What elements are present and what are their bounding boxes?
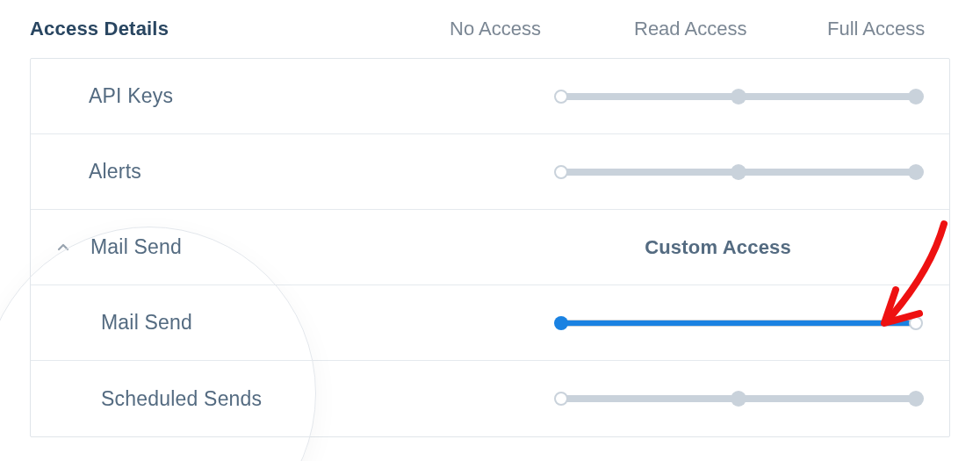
row-label: Alerts <box>89 160 141 184</box>
slider-stop-none[interactable] <box>554 90 568 104</box>
slider-api-keys[interactable] <box>554 89 923 104</box>
slider-stop-full[interactable] <box>908 89 924 104</box>
row-alerts: Alerts <box>31 134 949 210</box>
column-headers: No Access Read Access Full Access <box>450 18 950 40</box>
access-panel: API Keys Alerts Mail Send Custom Access … <box>30 58 950 437</box>
row-label: Mail Send <box>101 311 192 335</box>
slider-stop-full[interactable] <box>908 164 924 180</box>
slider-stop-read[interactable] <box>731 391 746 407</box>
slider-stop-none[interactable] <box>554 165 568 179</box>
slider-stop-none[interactable] <box>554 392 568 406</box>
row-label: API Keys <box>89 84 173 108</box>
slider-stop-full[interactable] <box>909 316 923 330</box>
slider-stop-read[interactable] <box>731 89 746 104</box>
row-api-keys: API Keys <box>31 59 949 134</box>
col-full-access: Full Access <box>827 18 950 40</box>
slider-fill <box>561 321 916 326</box>
col-no-access: No Access <box>450 18 634 40</box>
custom-access-label: Custom Access <box>645 236 791 259</box>
slider-mail-send[interactable] <box>554 315 923 331</box>
slider-stop-read[interactable] <box>731 164 746 180</box>
row-mail-send-group[interactable]: Mail Send Custom Access <box>31 210 949 285</box>
slider-scheduled-sends[interactable] <box>554 391 923 407</box>
row-label: Mail Send <box>90 235 182 259</box>
slider-stop-none[interactable] <box>554 316 568 330</box>
col-read-access: Read Access <box>634 18 827 40</box>
chevron-up-icon[interactable] <box>54 238 73 257</box>
row-scheduled-sends: Scheduled Sends <box>31 361 949 436</box>
slider-stop-full[interactable] <box>908 391 924 407</box>
access-header: Access Details No Access Read Access Ful… <box>0 0 980 58</box>
section-title: Access Details <box>30 18 169 40</box>
row-mail-send: Mail Send <box>31 285 949 361</box>
slider-alerts[interactable] <box>554 164 923 180</box>
row-label: Scheduled Sends <box>101 387 262 411</box>
